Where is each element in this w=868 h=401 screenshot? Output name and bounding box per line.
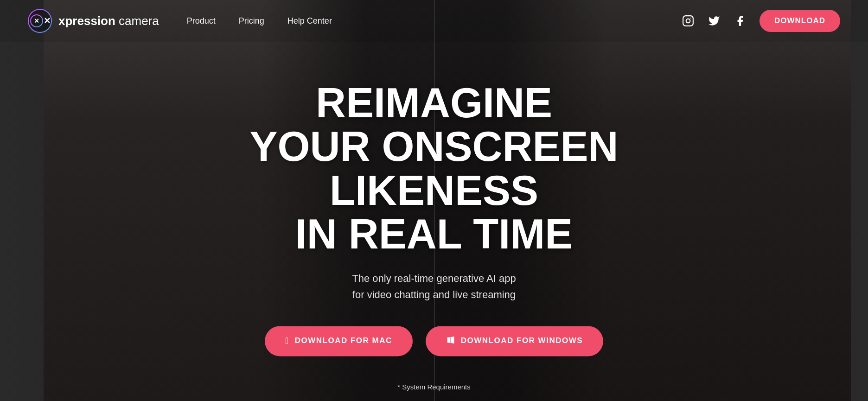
hero-buttons:  DOWNLOAD FOR MAC DOWNLOAD FOR WINDOWS bbox=[225, 326, 643, 356]
navbar: ✕ xpression camera Product Pricing Help … bbox=[0, 0, 868, 42]
facebook-icon[interactable] bbox=[734, 14, 747, 27]
hero-subtitle: The only real-time generative AI app for… bbox=[225, 270, 643, 303]
nav-product[interactable]: Product bbox=[187, 16, 216, 26]
nav-pricing[interactable]: Pricing bbox=[239, 16, 264, 26]
svg-text:✕: ✕ bbox=[34, 17, 39, 25]
nav-help[interactable]: Help Center bbox=[287, 16, 332, 26]
svg-point-4 bbox=[690, 18, 691, 19]
svg-point-3 bbox=[686, 19, 690, 23]
system-requirements-text: * System Requirements bbox=[397, 383, 471, 391]
nav-right: DOWNLOAD bbox=[682, 10, 840, 32]
svg-rect-2 bbox=[683, 16, 693, 26]
twitter-icon[interactable] bbox=[708, 14, 721, 27]
instagram-icon[interactable] bbox=[682, 14, 695, 27]
logo-svg: ✕ bbox=[30, 14, 44, 28]
logo-icon: ✕ bbox=[28, 9, 52, 33]
nav-links: Product Pricing Help Center bbox=[187, 16, 682, 26]
nav-download-button[interactable]: DOWNLOAD bbox=[760, 10, 840, 32]
windows-icon bbox=[446, 335, 455, 347]
download-mac-button[interactable]:  DOWNLOAD FOR MAC bbox=[265, 326, 413, 356]
logo-text: xpression camera bbox=[58, 14, 159, 28]
hero-content: REIMAGINE YOUR ONSCREEN LIKENESS IN REAL… bbox=[225, 81, 643, 365]
logo[interactable]: ✕ xpression camera bbox=[28, 9, 159, 33]
hero-title: REIMAGINE YOUR ONSCREEN LIKENESS IN REAL… bbox=[225, 81, 643, 256]
download-windows-button[interactable]: DOWNLOAD FOR WINDOWS bbox=[426, 326, 603, 356]
apple-icon:  bbox=[285, 336, 289, 346]
